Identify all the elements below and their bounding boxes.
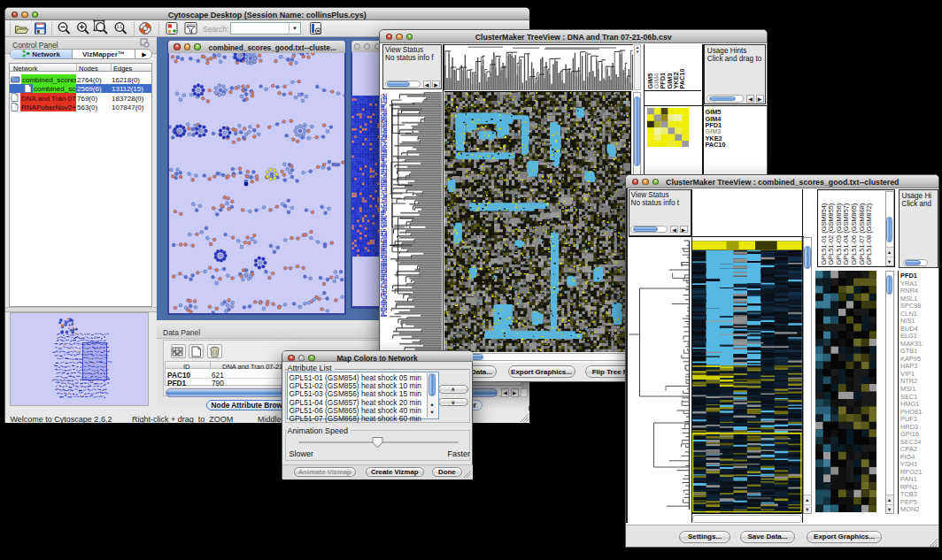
svg-text:PAC10: PAC10 <box>678 69 686 89</box>
svg-text:1:1: 1:1 <box>117 25 123 29</box>
svg-text:GPL51-08 (GSM872): GPL51-08 (GSM872) <box>865 203 873 265</box>
